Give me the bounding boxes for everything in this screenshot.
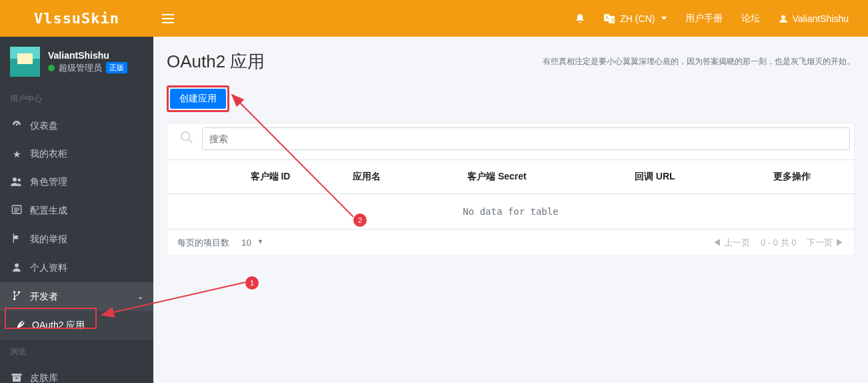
- svg-text:A: A: [606, 15, 609, 19]
- sidebar-item-roles[interactable]: 角色管理: [0, 168, 153, 196]
- translate-icon: A文: [604, 14, 616, 23]
- col-app-name[interactable]: 应用名: [319, 160, 415, 194]
- sidebar-item-developer[interactable]: 开发者 ⌄: [0, 282, 153, 311]
- svg-rect-17: [15, 378, 18, 378]
- genuine-badge: 正版: [106, 62, 127, 73]
- sidebar-item-oauth[interactable]: OAuth2 应用: [0, 311, 153, 340]
- pager: ◀ 上一页 0 - 0 共 0 下一页 ▶: [713, 237, 844, 249]
- archive-icon: [10, 373, 23, 384]
- svg-text:文: 文: [611, 17, 615, 22]
- bars-icon: [162, 14, 174, 23]
- dashboard-icon: [10, 119, 23, 132]
- sidebar: ValiantShishu 超级管理员 正版 用户中心 仪表盘 ★ 我的衣柜 角: [0, 37, 153, 383]
- profile-icon: [10, 262, 23, 274]
- col-actions[interactable]: 更多操作: [731, 160, 854, 194]
- next-page-button[interactable]: 下一页 ▶: [807, 237, 844, 249]
- sidebar-user-name: ValiantShishu: [48, 50, 127, 61]
- nav-header-browse: 浏览: [0, 340, 153, 364]
- page-range: 0 - 0 共 0: [761, 237, 796, 249]
- prev-page-button[interactable]: ◀ 上一页: [713, 237, 750, 249]
- page-title: OAuth2 应用: [167, 50, 265, 73]
- svg-point-4: [782, 15, 786, 19]
- per-page-select[interactable]: 10: [237, 236, 266, 249]
- search-input[interactable]: [202, 127, 850, 150]
- topbar-right: A文 ZH (CN) 用户手册 论坛 ValiantShishu: [565, 0, 868, 37]
- col-client-secret[interactable]: 客户端 Secret: [415, 160, 579, 194]
- annotation-marker-2: 2: [353, 214, 367, 227]
- sidebar-item-report[interactable]: 我的举报: [0, 225, 153, 254]
- language-switcher[interactable]: A文 ZH (CN): [595, 0, 676, 37]
- svg-point-13: [18, 291, 20, 293]
- sidebar-item-wardrobe[interactable]: ★ 我的衣柜: [0, 140, 153, 168]
- feather-icon: [15, 319, 25, 332]
- nav-header-user: 用户中心: [0, 87, 153, 111]
- svg-point-5: [13, 177, 17, 181]
- code-branch-icon: [10, 290, 23, 303]
- sidebar-item-skinlib[interactable]: 皮肤库: [0, 364, 153, 383]
- no-data-row: No data for table: [167, 194, 854, 230]
- forum-link[interactable]: 论坛: [732, 0, 769, 37]
- sidebar-item-profile[interactable]: 个人资料: [0, 254, 153, 282]
- nav-toggle-button[interactable]: [153, 0, 183, 37]
- avatar[interactable]: [10, 47, 40, 77]
- user-panel: ValiantShishu 超级管理员 正版: [0, 37, 153, 87]
- notifications-button[interactable]: [565, 0, 595, 37]
- flag-icon: [10, 233, 23, 246]
- star-icon: ★: [10, 149, 23, 159]
- search-icon: [171, 130, 202, 148]
- col-callback[interactable]: 回调 URL: [579, 160, 731, 194]
- user-menu[interactable]: ValiantShishu: [769, 0, 858, 37]
- user-name-label: ValiantShishu: [792, 13, 849, 24]
- col-client-id[interactable]: 客户端 ID: [222, 160, 318, 194]
- create-app-button[interactable]: 创建应用: [170, 89, 226, 109]
- topbar: VlssuSkin A文 ZH (CN) 用户手册 论坛 ValiantShis…: [0, 0, 868, 37]
- caret-down-icon: [661, 17, 667, 20]
- content: OAuth2 应用 有些真相注定是要小心翼翼深埋心底的，因为答案揭晓的那一刻，也…: [153, 37, 868, 383]
- per-page-label: 每页的项目数: [177, 237, 229, 249]
- content-header: OAuth2 应用 有些真相注定是要小心翼翼深埋心底的，因为答案揭晓的那一刻，也…: [167, 50, 855, 73]
- bell-icon: [575, 13, 585, 24]
- svg-point-12: [13, 291, 15, 293]
- manual-link[interactable]: 用户手册: [676, 0, 732, 37]
- language-label: ZH (CN): [620, 13, 655, 24]
- search-row: [171, 125, 850, 153]
- create-button-highlight: 创建应用: [167, 85, 229, 112]
- sidebar-user-role: 超级管理员 正版: [48, 62, 127, 74]
- chevron-down-icon: ⌄: [137, 292, 143, 301]
- svg-point-14: [13, 298, 15, 300]
- svg-point-6: [18, 178, 21, 181]
- svg-point-18: [181, 131, 190, 140]
- users-icon: [10, 177, 23, 188]
- user-icon: [779, 14, 788, 23]
- svg-line-19: [189, 139, 193, 143]
- list-icon: [10, 204, 23, 217]
- tagline: 有些真相注定是要小心翼翼深埋心底的，因为答案揭晓的那一刻，也是灰飞烟灭的开始。: [543, 56, 855, 67]
- table-footer: 每页的项目数 10 ◀ 上一页 0 - 0 共 0 下一页 ▶: [167, 230, 854, 256]
- svg-point-11: [15, 264, 19, 268]
- svg-rect-15: [12, 374, 22, 376]
- sidebar-item-config[interactable]: 配置生成: [0, 196, 153, 225]
- annotation-marker-1: 1: [245, 276, 259, 290]
- table-card: 客户端 ID 应用名 客户端 Secret 回调 URL 更多操作 No dat…: [167, 123, 855, 256]
- brand-logo[interactable]: VlssuSkin: [0, 0, 153, 37]
- svg-rect-16: [13, 376, 21, 382]
- apps-table: 客户端 ID 应用名 客户端 Secret 回调 URL 更多操作 No dat…: [167, 159, 854, 230]
- online-dot-icon: [48, 65, 55, 71]
- sidebar-item-dashboard[interactable]: 仪表盘: [0, 111, 153, 140]
